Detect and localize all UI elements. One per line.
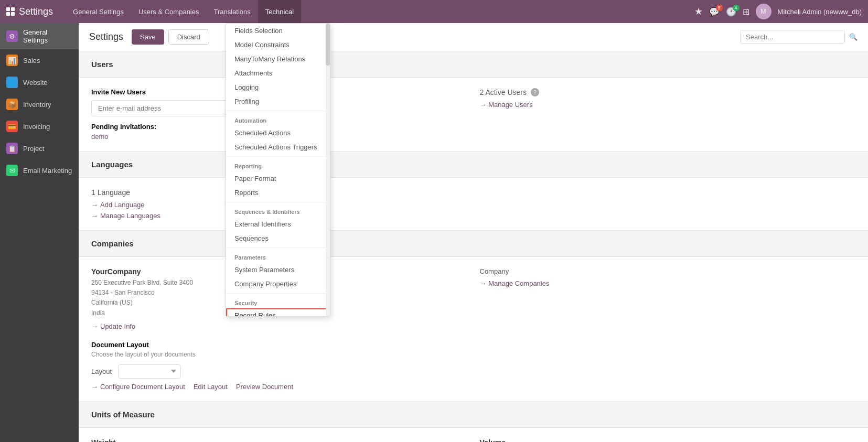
sidebar-item-general-settings[interactable]: ⚙ General Settings bbox=[0, 23, 79, 49]
manage-languages-link[interactable]: → Manage Languages bbox=[91, 212, 855, 220]
dropdown-section-sequences: Sequences & Identifiers bbox=[226, 204, 330, 217]
dropdown-section-automation: Automation bbox=[226, 113, 330, 126]
document-layout-title: Document Layout bbox=[91, 341, 467, 349]
manage-companies-link[interactable]: → Manage Companies bbox=[480, 279, 856, 287]
email-marketing-icon: ✉ bbox=[6, 165, 18, 176]
help-icon[interactable]: ? bbox=[531, 88, 539, 96]
update-info-link[interactable]: → Update Info bbox=[91, 322, 467, 330]
grid-apps-icon[interactable]: ⊞ bbox=[743, 7, 749, 17]
sidebar-label-general-settings: General Settings bbox=[23, 28, 72, 44]
dropdown-item-attachments[interactable]: Attachments bbox=[226, 66, 330, 80]
search-bar: 🔍 bbox=[740, 30, 858, 44]
dropdown-item-sequences[interactable]: Sequences bbox=[226, 231, 330, 245]
clock-icon[interactable]: 🕐 4 bbox=[726, 7, 736, 17]
add-language-row: → Add Language bbox=[91, 201, 855, 209]
dropdown-item-record-rules[interactable]: Record Rules bbox=[226, 308, 330, 317]
nav-translations[interactable]: Translations bbox=[207, 0, 258, 23]
dropdown-item-external-identifiers[interactable]: External Identifiers bbox=[226, 217, 330, 231]
general-settings-icon: ⚙ bbox=[6, 30, 18, 42]
units-two-col: Weight Define your weight unit of measur… bbox=[91, 438, 855, 442]
website-icon: 🌐 bbox=[6, 77, 18, 88]
add-language-link[interactable]: → Add Language bbox=[91, 201, 855, 209]
sidebar-item-sales[interactable]: 📊 Sales bbox=[0, 49, 79, 71]
units-body: Weight Define your weight unit of measur… bbox=[79, 428, 868, 442]
content-area: Settings Save Discard 🔍 Users Invite New… bbox=[79, 23, 868, 442]
doc-links: → Configure Document Layout Edit Layout … bbox=[91, 383, 467, 391]
nav-general-settings[interactable]: General Settings bbox=[66, 0, 131, 23]
nav-technical[interactable]: Technical bbox=[258, 0, 301, 23]
languages-section: Languages 1 Language → Add Language → Ma… bbox=[79, 152, 868, 231]
layout-label: Layout bbox=[91, 368, 112, 375]
companies-two-col: YourCompany 250 Executive Park Blvd, Sui… bbox=[91, 267, 855, 391]
weight-label: Weight bbox=[91, 438, 467, 442]
main-layout: ⚙ General Settings 📊 Sales 🌐 Website 📦 I… bbox=[0, 23, 868, 442]
dropdown-item-logging[interactable]: Logging bbox=[226, 80, 330, 94]
scrollbar-track bbox=[326, 24, 330, 316]
edit-layout-link[interactable]: Edit Layout bbox=[194, 383, 228, 391]
dropdown-item-profiling[interactable]: Profiling bbox=[226, 94, 330, 109]
brand[interactable]: Settings bbox=[6, 6, 53, 17]
dropdown-item-reports[interactable]: Reports bbox=[226, 186, 330, 200]
sidebar-item-website[interactable]: 🌐 Website bbox=[0, 71, 79, 93]
manage-users-link[interactable]: → Manage Users bbox=[480, 101, 533, 109]
user-name: Mitchell Admin (newww_db) bbox=[778, 8, 862, 16]
dropdown-item-paper-format[interactable]: Paper Format bbox=[226, 171, 330, 186]
layout-select[interactable]: Light Boxed Bold bbox=[118, 364, 181, 379]
chat-icon[interactable]: 💬 5 bbox=[709, 7, 720, 17]
language-count: 1 Language bbox=[91, 188, 855, 197]
company-manage-col: Company → Manage Companies bbox=[480, 267, 856, 391]
manage-users-row: → Manage Users bbox=[480, 101, 856, 109]
sidebar-label-inventory: Inventory bbox=[23, 101, 51, 109]
nav-users-companies[interactable]: Users & Companies bbox=[131, 0, 207, 23]
dropdown-item-system-parameters[interactable]: System Parameters bbox=[226, 263, 330, 277]
companies-section-header: Companies bbox=[79, 231, 868, 257]
users-two-col: Invite New Users Pending Invitations: de… bbox=[91, 88, 855, 141]
layout-row: Layout Light Boxed Bold bbox=[91, 364, 467, 379]
dropdown-item-fields-selection[interactable]: Fields Selection bbox=[226, 24, 330, 38]
scrollbar-thumb[interactable] bbox=[326, 24, 330, 66]
chat-badge: 5 bbox=[716, 5, 723, 11]
dropdown-item-model-constraints[interactable]: Model Constraints bbox=[226, 38, 330, 52]
page-title: Settings bbox=[89, 31, 123, 42]
search-icon: 🔍 bbox=[849, 33, 858, 41]
sidebar-item-invoicing[interactable]: 💳 Invoicing bbox=[0, 115, 79, 137]
sidebar: ⚙ General Settings 📊 Sales 🌐 Website 📦 I… bbox=[0, 23, 79, 442]
languages-section-header: Languages bbox=[79, 152, 868, 178]
dropdown-item-company-properties[interactable]: Company Properties bbox=[226, 277, 330, 291]
discard-button[interactable]: Discard bbox=[168, 29, 209, 45]
settings-content: Users Invite New Users Pending Invitatio… bbox=[79, 51, 868, 442]
configure-document-layout-link[interactable]: → Configure Document Layout bbox=[91, 383, 185, 391]
weight-col: Weight Define your weight unit of measur… bbox=[91, 438, 467, 442]
sidebar-item-inventory[interactable]: 📦 Inventory bbox=[0, 93, 79, 115]
preview-document-link[interactable]: Preview Document bbox=[236, 383, 293, 391]
star-icon[interactable]: ★ bbox=[694, 6, 703, 17]
top-navigation: Settings General Settings Users & Compan… bbox=[0, 0, 868, 23]
nav-right: ★ 💬 5 🕐 4 ⊞ M Mitchell Admin (newww_db) bbox=[694, 4, 862, 19]
grid-icon bbox=[6, 7, 15, 16]
dropdown-item-manytomany-relations[interactable]: ManyToMany Relations bbox=[226, 52, 330, 66]
sidebar-item-project[interactable]: 📋 Project bbox=[0, 137, 79, 159]
invite-email-input[interactable] bbox=[91, 100, 238, 116]
users-section: Users Invite New Users Pending Invitatio… bbox=[79, 51, 868, 152]
manage-languages-row: → Manage Languages bbox=[91, 212, 855, 220]
invoicing-icon: 💳 bbox=[6, 121, 18, 132]
users-section-header: Users bbox=[79, 51, 868, 78]
users-section-body: Invite New Users Pending Invitations: de… bbox=[79, 78, 868, 151]
active-users-col: 2 Active Users ? → Manage Users bbox=[480, 88, 856, 141]
sidebar-item-email-marketing[interactable]: ✉ Email Marketing bbox=[0, 159, 79, 181]
sales-icon: 📊 bbox=[6, 55, 18, 66]
volume-col: Volume Define your volume unit of measur… bbox=[480, 438, 856, 442]
dropdown-section-parameters: Parameters bbox=[226, 250, 330, 263]
save-button[interactable]: Save bbox=[132, 29, 164, 45]
search-input[interactable] bbox=[740, 30, 845, 44]
technical-dropdown: Fields Selection Model Constraints ManyT… bbox=[226, 23, 330, 317]
dropdown-item-scheduled-actions-triggers[interactable]: Scheduled Actions Triggers bbox=[226, 140, 330, 154]
volume-label: Volume bbox=[480, 438, 856, 442]
project-icon: 📋 bbox=[6, 143, 18, 154]
content-header: Settings Save Discard 🔍 bbox=[79, 23, 868, 51]
avatar[interactable]: M bbox=[756, 4, 771, 19]
sidebar-label-website: Website bbox=[23, 79, 48, 87]
dropdown-item-scheduled-actions[interactable]: Scheduled Actions bbox=[226, 126, 330, 140]
demo-invitation-link[interactable]: demo bbox=[91, 133, 109, 141]
document-layout-section: Document Layout Choose the layout of you… bbox=[91, 341, 467, 391]
